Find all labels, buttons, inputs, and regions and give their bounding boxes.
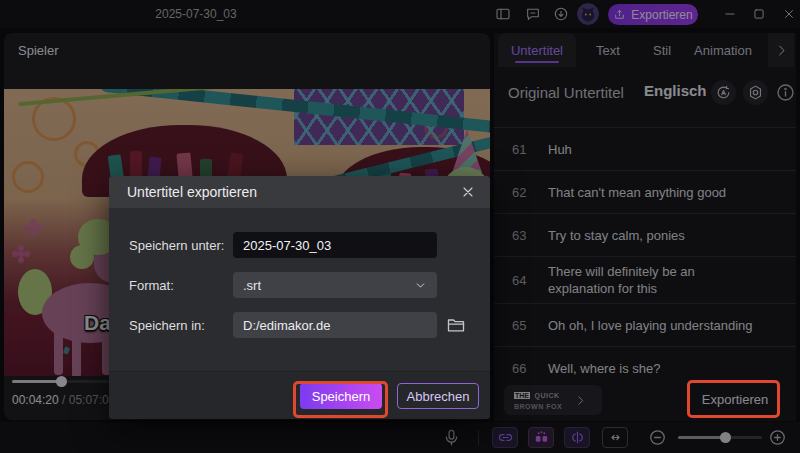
subtitle-style-preview[interactable]: THE QUICK BROWN FOX <box>504 385 602 415</box>
subtitle-panel: Untertitel Text Stil Animation Original … <box>494 33 796 421</box>
titlebar: 2025-07-30_03 Exportieren <box>0 0 800 28</box>
info-icon[interactable] <box>775 82 796 103</box>
player-panel-title: Spieler <box>18 43 58 58</box>
tab-stil[interactable]: Stil <box>640 33 684 67</box>
user-avatar[interactable] <box>577 3 599 25</box>
titlebar-export-label: Exportieren <box>631 8 692 22</box>
microphone-icon[interactable] <box>442 428 461 447</box>
export-subtitle-dialog: Untertitel exportieren Speichern unter: … <box>109 176 490 419</box>
timeline-zoom-handle[interactable] <box>720 432 731 443</box>
dialog-header: Untertitel exportieren <box>109 176 490 208</box>
fit-timeline-icon[interactable] <box>602 427 628 448</box>
app-window: 2025-07-30_03 Exportieren Spieler <box>0 0 800 453</box>
save-in-label: Speichern in: <box>129 318 205 333</box>
dialog-close-icon[interactable] <box>460 184 476 200</box>
save-button[interactable]: Speichern <box>300 383 382 409</box>
current-time: 00:04:20 <box>12 393 59 407</box>
panel-tabs: Untertitel Text Stil Animation <box>494 33 796 67</box>
split-subtitle-icon[interactable] <box>564 427 590 448</box>
save-as-label: Speichern unter: <box>129 238 224 253</box>
feedback-comment-icon[interactable] <box>524 6 542 22</box>
subtitle-row[interactable]: 62 That can't mean anything good <box>494 171 796 214</box>
save-as-row: Speichern unter: <box>109 232 490 258</box>
zoom-out-icon[interactable] <box>648 428 667 447</box>
close-button[interactable] <box>781 7 797 21</box>
format-row: Format: .srt <box>109 272 490 298</box>
dialog-title: Untertitel exportieren <box>127 184 257 200</box>
zoom-in-icon[interactable] <box>768 428 787 447</box>
tab-text[interactable]: Text <box>586 33 630 67</box>
titlebar-export-button[interactable]: Exportieren <box>608 4 698 25</box>
subtitle-row[interactable]: 60 Princess Celestia <box>494 111 796 128</box>
player-time: 00:04:20 / 05:07:03 <box>12 393 115 407</box>
merge-subtitle-icon[interactable] <box>492 427 518 448</box>
chevron-down-icon <box>414 279 427 292</box>
original-subtitle-label: Original Untertitel <box>508 84 624 101</box>
chevron-right-icon <box>574 394 587 407</box>
player-seek-handle[interactable] <box>56 376 67 387</box>
maximize-button[interactable] <box>751 7 767 21</box>
destination-input[interactable] <box>233 312 437 338</box>
layout-panel-icon[interactable] <box>494 6 512 22</box>
timeline-toolbar <box>0 422 800 453</box>
subtitle-row[interactable]: 63 Try to stay calm, ponies <box>494 214 796 257</box>
upload-icon <box>613 8 626 21</box>
timeline-zoom-slider[interactable] <box>678 436 762 439</box>
dialog-footer: Speichern Abbrechen <box>109 371 490 419</box>
tab-animation[interactable]: Animation <box>690 33 756 67</box>
tab-untertitel[interactable]: Untertitel <box>498 33 576 67</box>
download-icon[interactable] <box>552 6 570 22</box>
subtitle-settings-icon[interactable] <box>743 80 768 105</box>
subtitle-row[interactable]: 66 Well, where is she? <box>494 347 796 379</box>
smart-segment-icon[interactable] <box>528 427 554 448</box>
format-select[interactable]: .srt <box>233 272 437 298</box>
save-in-row: Speichern in: <box>109 312 490 338</box>
cancel-button[interactable]: Abbrechen <box>397 383 479 409</box>
subtitle-list: 60 Princess Celestia 61 Huh 62 That can'… <box>494 111 796 379</box>
browse-folder-icon[interactable] <box>446 315 466 335</box>
subtitle-row[interactable]: 64 There will definitely be an explanati… <box>494 257 796 304</box>
window-title: 2025-07-30_03 <box>126 7 266 21</box>
subtitle-header-row: Original Untertitel Englisch <box>494 77 796 109</box>
auto-translate-icon[interactable] <box>711 80 736 105</box>
format-label: Format: <box>129 278 174 293</box>
tabs-overflow-chevron-icon[interactable] <box>768 33 794 67</box>
subtitle-row[interactable]: 65 Oh oh, I love playing understanding <box>494 304 796 347</box>
subtitle-row[interactable]: 61 Huh <box>494 128 796 171</box>
filename-input[interactable] <box>233 232 437 258</box>
video-subtitle-overlay: Da <box>84 311 111 335</box>
panel-export-button[interactable]: Exportieren <box>694 385 776 413</box>
minimize-button[interactable] <box>722 7 738 21</box>
